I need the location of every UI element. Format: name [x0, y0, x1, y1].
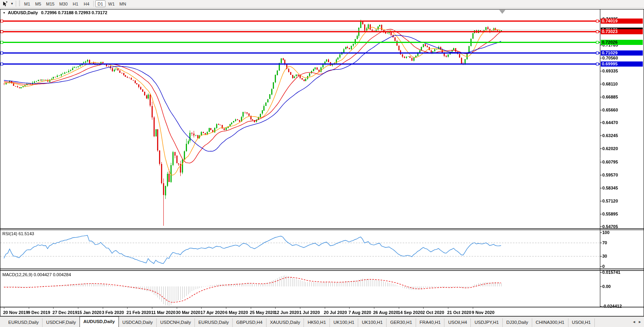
chart-tab-HK50-H1[interactable]: HK50,H1: [304, 318, 330, 327]
chart-tab-GBPUSD-H4[interactable]: GBPUSD,H4: [233, 318, 266, 327]
date-axis-label: 7 Aug 2020: [348, 310, 371, 315]
price-axis-tick: 0.62020: [602, 146, 618, 151]
date-axis-label: 30 Mar 2020: [176, 310, 200, 315]
price-axis-tick: 0.55895: [602, 212, 618, 216]
rsi-level-label: 0: [602, 264, 605, 269]
price-axis-tick: 0.57120: [602, 199, 618, 203]
chart-tab-UK100-H1[interactable]: UK100,H1: [330, 318, 358, 327]
date-axis-label: 26 Aug 2020: [373, 310, 398, 315]
price-axis-tick: 0.68110: [602, 82, 618, 86]
tab-scroll-left-icon[interactable]: ◄: [632, 320, 636, 324]
date-axis-label: 14 Sep 2020: [398, 310, 423, 315]
date-axis-label: 12 Jun 2020: [274, 310, 299, 315]
macd-indicator-pane[interactable]: [0, 271, 600, 307]
chart-tab-EURUSD-Daily[interactable]: EURUSD,Daily: [195, 318, 233, 327]
rsi-label: RSI(14) 61.5143: [2, 231, 34, 236]
chart-symbol-label: AUDUSD,Daily: [8, 10, 38, 15]
date-axis-label: 3 Feb 2020: [102, 310, 124, 315]
date-axis-label: 6 May 2020: [225, 310, 248, 315]
price-axis-tick: 0.63245: [602, 133, 618, 138]
price-axis-tick: 0.66885: [602, 95, 618, 99]
date-axis-label: 21 Feb 2020: [126, 310, 151, 315]
chart-tab-USOil-H4[interactable]: USOil,H4: [444, 318, 471, 327]
chart-tab-CHINA300-H1[interactable]: CHINA300,H1: [532, 318, 568, 327]
price-axis-tick: 0.65660: [602, 108, 618, 112]
date-axis-label: 9 Dec 2019: [28, 310, 50, 315]
chart-collapse-icon[interactable]: ▼: [3, 11, 6, 14]
chart-tab-DJ30-Daily[interactable]: DJ30,Daily: [503, 318, 532, 327]
chart-tab-USDCAD-Daily[interactable]: USDCAD,Daily: [119, 318, 157, 327]
price-tag-resistance: 0.73023: [601, 29, 643, 34]
chart-tab-FRA40-H1[interactable]: FRA40,H1: [416, 318, 445, 327]
chart-tab-UK100-H1[interactable]: UK100,H1: [358, 318, 387, 327]
rsi-level-label: 100: [602, 230, 609, 235]
tab-scroll-arrows: ◄►: [632, 320, 642, 324]
rsi-indicator-pane[interactable]: [0, 230, 600, 269]
date-axis-label: 20 Nov 2019: [3, 310, 28, 315]
date-axis-label: 9 Nov 2020: [472, 310, 494, 315]
date-axis-label: 11 Mar 2020: [151, 310, 176, 315]
price-axis-tick: 0.54705: [602, 224, 618, 229]
macd-label: MACD(12,26,9) 0.004427 0.004284: [2, 272, 71, 277]
date-axis-label: 20 Jul 2020: [324, 310, 347, 315]
chart-tab-bar: EURUSD,DailyUSDCHF,DailyAUDUSD,DailyUSDC…: [0, 316, 644, 327]
rsi-level-label: 70: [602, 240, 607, 245]
date-axis-label: 17 Apr 2020: [200, 310, 224, 315]
price-tag-resistance: 0.74019: [601, 19, 643, 24]
date-axis-label: 27 Dec 2019: [52, 310, 77, 315]
date-axis-label: 25 May 2020: [250, 310, 275, 315]
price-axis-tick: 0.69335: [602, 69, 618, 73]
date-axis-label: 1 Jul 2020: [299, 310, 320, 315]
chart-tab-USDCHF-Daily[interactable]: USDCHF,Daily: [43, 318, 80, 327]
chart-ohlc-values: 0.72996 0.73188 0.72993 0.73172: [41, 10, 107, 15]
date-axis-label: 21 Oct 2020: [447, 310, 471, 315]
price-tag-level: 0.72026: [601, 40, 643, 45]
date-axis-label: 2 Oct 2020: [422, 310, 444, 315]
macd-level-label: 0.015741: [602, 270, 620, 275]
chart-tab-GER30-H1[interactable]: GER30,H1: [387, 318, 416, 327]
chart-tab-EURUSD-Daily[interactable]: EURUSD,Daily: [5, 318, 43, 327]
price-axis-tick: 0.58345: [602, 186, 618, 190]
chart-shift-marker-icon[interactable]: [499, 10, 505, 14]
chart-title: ▼ AUDUSD,Daily 0.72996 0.73188 0.72993 0…: [3, 10, 107, 15]
chart-tab-USDCNH-Daily[interactable]: USDCNH,Daily: [157, 318, 195, 327]
tab-scroll-right-icon[interactable]: ►: [638, 320, 642, 324]
price-axis-tick: 0.60795: [602, 160, 618, 164]
price-axis-tick: 0.59570: [602, 173, 618, 177]
rsi-level-label: 30: [602, 254, 607, 258]
date-axis-label: 15 Jan 2020: [77, 310, 102, 315]
macd-level-label: 0.00: [602, 284, 611, 289]
main-chart-pane[interactable]: [0, 9, 600, 229]
mt4-chart-window: ▼ M1M5M15M30H1H4D1W1MN ▼ AUDUSD,Daily 0.…: [0, 0, 644, 327]
price-axis-tick: 0.70560: [602, 56, 618, 60]
macd-level-label: -0.024412: [602, 304, 622, 308]
chart-tab-AUDUSD-Daily[interactable]: AUDUSD,Daily: [80, 316, 119, 327]
chart-tab-XAUUSD-Daily[interactable]: XAUUSD,Daily: [266, 318, 304, 327]
price-axis-tick: 0.64470: [602, 120, 618, 125]
price-tag-support: 0.71029: [601, 50, 643, 56]
price-tag-support: 0.69995: [601, 61, 643, 67]
chart-tab-USOil-H1[interactable]: USOil,H1: [568, 318, 595, 327]
chart-tab-USDJPY-H1[interactable]: USDJPY,H1: [471, 318, 503, 327]
